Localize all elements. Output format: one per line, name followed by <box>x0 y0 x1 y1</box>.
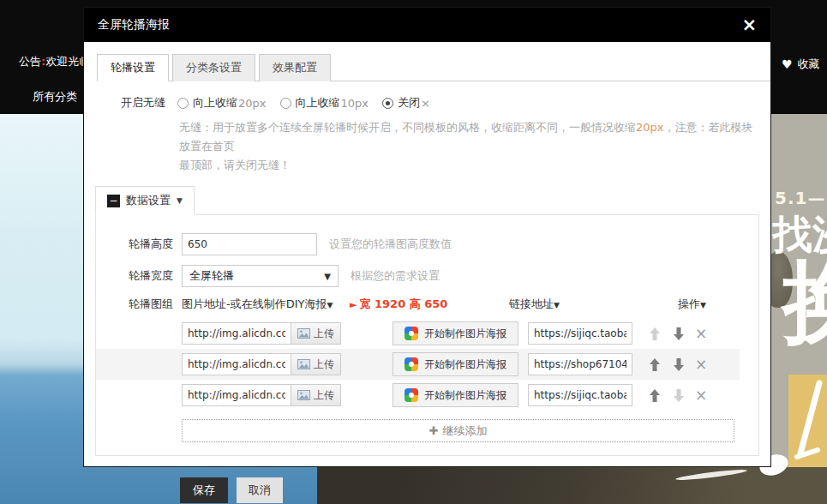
poster-maker-icon <box>405 357 418 371</box>
diy-poster-button[interactable]: 开始制作图片海报 <box>393 383 518 407</box>
seamless-setting-row: 开启无缝 向上收缩20px 向上收缩10px 关闭× <box>121 95 770 111</box>
radio-suffix: × <box>421 97 430 110</box>
column-action[interactable]: 操作▼ <box>678 297 706 312</box>
radio-shrink-20px[interactable]: 向上收缩20px <box>177 95 267 111</box>
seamless-label: 开启无缝 <box>121 95 165 111</box>
diy-poster-button[interactable]: 开始制作图片海报 <box>393 352 518 376</box>
radio-label: 向上收缩 <box>193 95 237 111</box>
chevron-down-icon: ▼ <box>324 272 331 281</box>
image-group-label: 轮播图组 <box>120 297 173 312</box>
chevron-down-icon: ▼ <box>177 196 183 205</box>
seamless-help-text: 无缝：用于放置多个连续全屏轮播时候开启，不同模板的风格，收缩距离不同，一般情况收… <box>179 118 764 175</box>
radio-label: 关闭 <box>398 95 420 111</box>
move-down-icon[interactable] <box>671 357 686 372</box>
row-actions: × <box>647 388 707 403</box>
carousel-width-row: 轮播宽度 全屏轮播 ▼ 根据您的需求设置 <box>96 265 758 287</box>
poster-maker-icon <box>405 327 418 340</box>
radio-suffix: 10px <box>341 97 369 110</box>
diy-label: 开始制作图片海报 <box>424 327 506 341</box>
carousel-width-select[interactable]: 全屏轮播 ▼ <box>182 265 339 287</box>
carousel-height-row: 轮播高度 设置您的轮播图高度数值 <box>96 233 758 255</box>
delete-row-icon[interactable]: × <box>695 388 707 403</box>
move-down-icon[interactable] <box>671 388 686 403</box>
move-down-icon[interactable] <box>671 327 686 341</box>
save-button[interactable]: 保存 <box>180 477 228 503</box>
image-group-header: 轮播图组 图片地址-或在线制作DIY海报▼ ►宽 1920 高 650 链接地址… <box>96 297 758 312</box>
favorite-shop-button[interactable]: ♥ 收藏 <box>782 57 820 72</box>
upload-button[interactable]: 上传 <box>291 322 341 345</box>
collapse-icon[interactable]: − <box>107 195 120 207</box>
poster-date-text: 5.1— <box>775 188 825 208</box>
radio-shrink-10px[interactable]: 向上收缩10px <box>280 95 369 111</box>
image-icon <box>297 328 310 339</box>
link-url-input[interactable] <box>528 322 632 345</box>
carousel-settings-modal: 全屏轮播海报 × 轮播设置 分类条设置 效果配置 开启无缝 向上收缩20px 向… <box>83 7 771 467</box>
carousel-width-hint: 根据您的需求设置 <box>351 268 440 284</box>
tab-carousel-settings[interactable]: 轮播设置 <box>97 54 169 81</box>
selected-option: 全屏轮播 <box>189 268 234 284</box>
add-more-button[interactable]: ✚ 继续添加 <box>182 419 734 442</box>
modal-titlebar: 全屏轮播海报 × <box>84 8 770 42</box>
recommended-size-info: ►宽 1920 高 650 <box>350 297 502 312</box>
upload-label: 上传 <box>314 357 334 372</box>
carousel-height-hint: 设置您的轮播图高度数值 <box>329 237 452 252</box>
diy-label: 开始制作图片海报 <box>424 388 506 403</box>
upload-button[interactable]: 上传 <box>291 384 341 406</box>
radio-icon <box>280 98 291 109</box>
data-settings-panel: − 数据设置 ▼ 轮播高度 设置您的轮播图高度数值 轮播宽度 全屏轮播 ▼ 根据… <box>95 186 759 456</box>
close-icon[interactable]: × <box>741 16 757 34</box>
radio-close-seamless[interactable]: 关闭× <box>382 95 430 111</box>
move-up-icon[interactable] <box>647 388 662 403</box>
poster-big-character: 换 <box>782 243 827 363</box>
radio-icon <box>177 98 189 109</box>
shop-announcement: 公告:欢迎光临 <box>19 54 90 69</box>
tab-effect-config[interactable]: 效果配置 <box>259 54 331 81</box>
upload-button[interactable]: 上传 <box>291 353 341 375</box>
upload-label: 上传 <box>314 327 334 341</box>
delete-row-icon[interactable]: × <box>695 327 707 341</box>
plus-icon: ✚ <box>429 424 439 437</box>
announcement-prefix: 公告 <box>19 55 41 68</box>
diy-label: 开始制作图片海报 <box>424 357 506 372</box>
radio-label: 向上收缩 <box>296 95 340 111</box>
carousel-image-row-3: 上传 开始制作图片海报 × <box>96 380 740 411</box>
column-link-address[interactable]: 链接地址▼ <box>509 297 629 312</box>
column-image-address[interactable]: 图片地址-或在线制作DIY海报▼ <box>182 297 350 312</box>
carousel-image-row-1: 上传 开始制作图片海报 × <box>96 318 740 349</box>
carousel-image-row-2: 上传 开始制作图片海报 × <box>96 349 740 380</box>
cancel-button[interactable]: 取消 <box>237 477 283 503</box>
carousel-width-label: 轮播宽度 <box>120 268 173 284</box>
image-url-input[interactable] <box>182 384 291 406</box>
poster-brush-number <box>788 375 827 467</box>
data-settings-title: 数据设置 <box>126 193 171 208</box>
carousel-height-input[interactable] <box>182 233 317 255</box>
link-url-input[interactable] <box>528 353 632 375</box>
tab-category-bar-settings[interactable]: 分类条设置 <box>172 54 255 81</box>
radio-icon <box>382 98 393 109</box>
row-actions: × <box>647 327 707 341</box>
link-url-input[interactable] <box>528 384 632 406</box>
delete-row-icon[interactable]: × <box>695 357 707 372</box>
favorite-label: 收藏 <box>798 57 820 72</box>
help-line-1: 无缝：用于放置多个连续全屏轮播时候开启，不同模板的风格，收缩距离不同，一般情况收… <box>179 118 764 156</box>
move-up-icon[interactable] <box>647 327 662 341</box>
carousel-height-label: 轮播高度 <box>120 237 173 252</box>
upload-label: 上传 <box>314 388 334 403</box>
image-icon <box>297 359 310 369</box>
arrow-right-icon: ► <box>350 299 357 310</box>
data-settings-header[interactable]: − 数据设置 ▼ <box>95 186 195 215</box>
move-up-icon[interactable] <box>647 357 662 372</box>
image-icon <box>297 390 310 400</box>
diy-poster-button[interactable]: 开始制作图片海报 <box>393 321 518 345</box>
modal-tabs: 轮播设置 分类条设置 效果配置 <box>97 53 770 81</box>
image-url-input[interactable] <box>182 353 291 375</box>
image-url-input[interactable] <box>182 322 291 345</box>
poster-gold-badge <box>788 375 827 467</box>
row-actions: × <box>647 357 707 372</box>
poster-maker-icon <box>405 388 418 402</box>
help-line-2: 最顶部，请关闭无缝！ <box>179 156 764 175</box>
modal-title: 全屏轮播海报 <box>98 17 170 33</box>
all-categories-menu[interactable]: 所有分类 <box>33 89 77 105</box>
add-more-label: 继续添加 <box>442 423 487 439</box>
modal-footer-buttons: 保存 取消 <box>180 477 770 503</box>
